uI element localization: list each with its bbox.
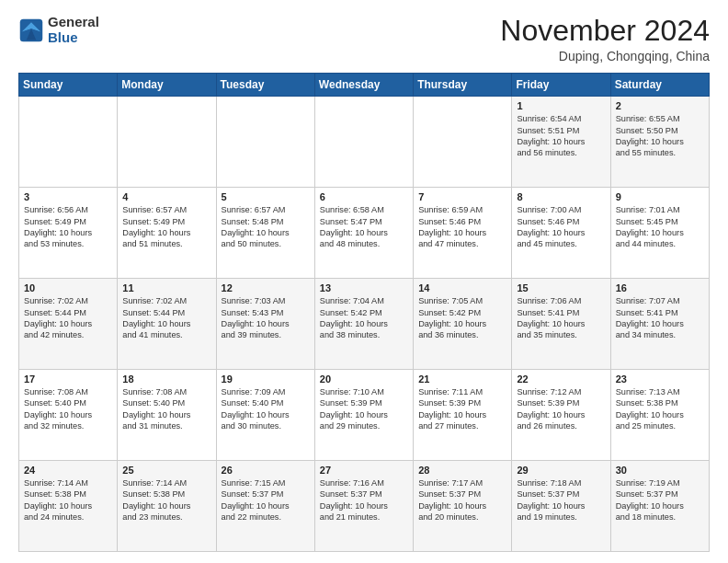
day-number: 26 [222,465,310,476]
day-number: 25 [122,465,210,476]
calendar-cell-3-2: 19Sunrise: 7:09 AM Sunset: 5:40 PM Dayli… [216,370,314,461]
calendar-cell-1-4: 7Sunrise: 6:59 AM Sunset: 5:46 PM Daylig… [414,188,512,279]
calendar-cell-0-6: 2Sunrise: 6:55 AM Sunset: 5:50 PM Daylig… [610,97,709,188]
cell-info: Sunrise: 7:14 AM Sunset: 5:38 PM Dayligh… [122,477,210,523]
cell-info: Sunrise: 7:01 AM Sunset: 5:45 PM Dayligh… [616,204,704,250]
calendar-cell-0-4 [414,97,512,188]
calendar-cell-3-1: 18Sunrise: 7:08 AM Sunset: 5:40 PM Dayli… [118,370,216,461]
logo: General Blue [18,15,99,45]
day-header-friday: Friday [512,74,610,97]
cell-info: Sunrise: 6:55 AM Sunset: 5:50 PM Dayligh… [616,113,704,159]
cell-info: Sunrise: 7:05 AM Sunset: 5:42 PM Dayligh… [418,295,506,341]
day-number: 3 [24,191,112,202]
cell-info: Sunrise: 7:08 AM Sunset: 5:40 PM Dayligh… [24,386,112,432]
day-number: 24 [24,465,112,476]
cell-info: Sunrise: 7:10 AM Sunset: 5:39 PM Dayligh… [320,386,408,432]
day-header-monday: Monday [118,74,216,97]
day-number: 10 [24,282,112,293]
day-number: 7 [418,191,506,202]
day-number: 20 [320,373,408,385]
day-header-wednesday: Wednesday [314,74,413,97]
day-number: 13 [320,282,408,293]
calendar-cell-0-1 [118,97,216,188]
day-header-sunday: Sunday [19,74,118,97]
cell-info: Sunrise: 7:19 AM Sunset: 5:37 PM Dayligh… [616,477,704,523]
day-number: 29 [517,465,605,476]
day-number: 15 [517,282,605,293]
calendar-cell-1-0: 3Sunrise: 6:56 AM Sunset: 5:49 PM Daylig… [19,188,118,279]
cell-info: Sunrise: 7:04 AM Sunset: 5:42 PM Dayligh… [320,295,408,341]
day-number: 19 [222,373,310,385]
cell-info: Sunrise: 7:15 AM Sunset: 5:37 PM Dayligh… [222,477,310,523]
day-number: 23 [616,373,704,385]
calendar-cell-1-3: 6Sunrise: 6:58 AM Sunset: 5:47 PM Daylig… [314,188,413,279]
day-header-tuesday: Tuesday [216,74,314,97]
cell-info: Sunrise: 7:07 AM Sunset: 5:41 PM Dayligh… [616,295,704,341]
day-number: 12 [222,282,310,293]
cell-info: Sunrise: 7:11 AM Sunset: 5:39 PM Dayligh… [418,386,506,432]
logo-text: General Blue [48,15,99,45]
calendar-cell-2-4: 14Sunrise: 7:05 AM Sunset: 5:42 PM Dayli… [414,279,512,370]
cell-info: Sunrise: 7:17 AM Sunset: 5:37 PM Dayligh… [418,477,506,523]
cell-info: Sunrise: 6:58 AM Sunset: 5:47 PM Dayligh… [320,204,408,250]
cell-info: Sunrise: 7:18 AM Sunset: 5:37 PM Dayligh… [517,477,605,523]
cell-info: Sunrise: 7:13 AM Sunset: 5:38 PM Dayligh… [616,386,704,432]
day-number: 4 [122,191,210,202]
cell-info: Sunrise: 7:02 AM Sunset: 5:44 PM Dayligh… [122,295,210,341]
calendar-cell-2-3: 13Sunrise: 7:04 AM Sunset: 5:42 PM Dayli… [314,279,413,370]
logo-general: General [48,15,99,30]
calendar-cell-4-4: 28Sunrise: 7:17 AM Sunset: 5:37 PM Dayli… [414,461,512,552]
calendar-cell-0-3 [314,97,413,188]
calendar-cell-3-0: 17Sunrise: 7:08 AM Sunset: 5:40 PM Dayli… [19,370,118,461]
day-number: 30 [616,465,704,476]
day-number: 2 [616,100,704,111]
cell-info: Sunrise: 7:06 AM Sunset: 5:41 PM Dayligh… [517,295,605,341]
calendar-cell-3-3: 20Sunrise: 7:10 AM Sunset: 5:39 PM Dayli… [314,370,413,461]
day-number: 8 [517,191,605,202]
cell-info: Sunrise: 7:12 AM Sunset: 5:39 PM Dayligh… [517,386,605,432]
day-number: 22 [517,373,605,385]
day-number: 9 [616,191,704,202]
day-number: 11 [122,282,210,293]
day-number: 18 [122,373,210,385]
cell-info: Sunrise: 7:00 AM Sunset: 5:46 PM Dayligh… [517,204,605,250]
calendar-cell-0-5: 1Sunrise: 6:54 AM Sunset: 5:51 PM Daylig… [512,97,610,188]
calendar-cell-3-5: 22Sunrise: 7:12 AM Sunset: 5:39 PM Dayli… [512,370,610,461]
cell-info: Sunrise: 7:08 AM Sunset: 5:40 PM Dayligh… [122,386,210,432]
calendar-cell-4-3: 27Sunrise: 7:16 AM Sunset: 5:37 PM Dayli… [314,461,413,552]
cell-info: Sunrise: 7:16 AM Sunset: 5:37 PM Dayligh… [320,477,408,523]
calendar-cell-4-2: 26Sunrise: 7:15 AM Sunset: 5:37 PM Dayli… [216,461,314,552]
day-number: 28 [418,465,506,476]
calendar-cell-0-2 [216,97,314,188]
month-title: November 2024 [500,15,710,47]
day-number: 6 [320,191,408,202]
calendar-cell-3-4: 21Sunrise: 7:11 AM Sunset: 5:39 PM Dayli… [414,370,512,461]
calendar-cell-4-1: 25Sunrise: 7:14 AM Sunset: 5:38 PM Dayli… [118,461,216,552]
calendar-week-3: 17Sunrise: 7:08 AM Sunset: 5:40 PM Dayli… [19,370,710,461]
calendar-table: SundayMondayTuesdayWednesdayThursdayFrid… [18,73,710,552]
calendar-header-row: SundayMondayTuesdayWednesdayThursdayFrid… [19,74,710,97]
calendar-cell-4-5: 29Sunrise: 7:18 AM Sunset: 5:37 PM Dayli… [512,461,610,552]
day-number: 1 [517,100,605,111]
cell-info: Sunrise: 7:03 AM Sunset: 5:43 PM Dayligh… [222,295,310,341]
day-number: 27 [320,465,408,476]
calendar-cell-2-0: 10Sunrise: 7:02 AM Sunset: 5:44 PM Dayli… [19,279,118,370]
calendar-cell-1-2: 5Sunrise: 6:57 AM Sunset: 5:48 PM Daylig… [216,188,314,279]
day-number: 16 [616,282,704,293]
calendar-week-4: 24Sunrise: 7:14 AM Sunset: 5:38 PM Dayli… [19,461,710,552]
day-number: 17 [24,373,112,385]
calendar-week-2: 10Sunrise: 7:02 AM Sunset: 5:44 PM Dayli… [19,279,710,370]
day-number: 21 [418,373,506,385]
cell-info: Sunrise: 7:14 AM Sunset: 5:38 PM Dayligh… [24,477,112,523]
calendar-week-0: 1Sunrise: 6:54 AM Sunset: 5:51 PM Daylig… [19,97,710,188]
location: Duping, Chongqing, China [500,49,710,63]
calendar-cell-2-2: 12Sunrise: 7:03 AM Sunset: 5:43 PM Dayli… [216,279,314,370]
calendar-cell-3-6: 23Sunrise: 7:13 AM Sunset: 5:38 PM Dayli… [610,370,709,461]
day-header-thursday: Thursday [414,74,512,97]
calendar-cell-1-1: 4Sunrise: 6:57 AM Sunset: 5:49 PM Daylig… [118,188,216,279]
calendar-cell-0-0 [19,97,118,188]
cell-info: Sunrise: 6:54 AM Sunset: 5:51 PM Dayligh… [517,113,605,159]
header: General Blue November 2024 Duping, Chong… [18,15,710,63]
cell-info: Sunrise: 6:56 AM Sunset: 5:49 PM Dayligh… [24,204,112,250]
calendar-cell-1-5: 8Sunrise: 7:00 AM Sunset: 5:46 PM Daylig… [512,188,610,279]
